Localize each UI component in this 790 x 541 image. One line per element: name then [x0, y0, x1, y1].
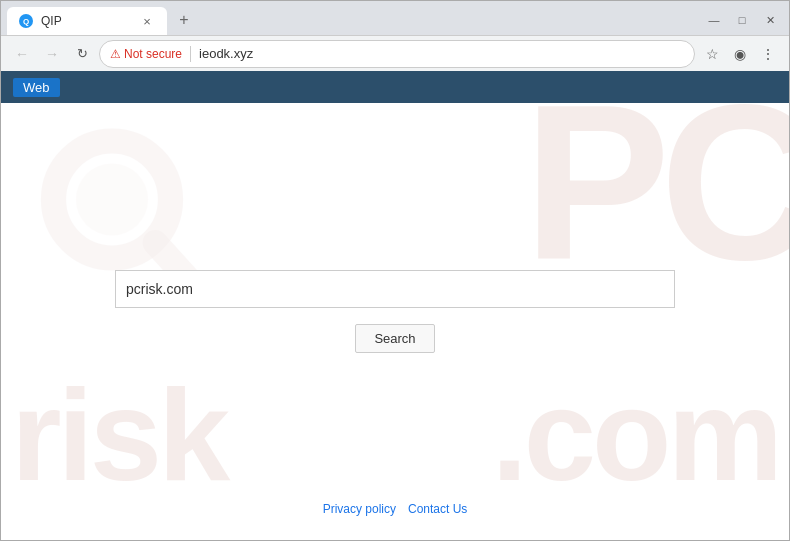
- active-tab[interactable]: Q QIP ×: [7, 7, 167, 35]
- new-tab-button[interactable]: +: [171, 7, 197, 33]
- address-bar: ← → ↻ ⚠ Not secure ieodk.xyz ☆ ◉ ⋮: [1, 35, 789, 71]
- menu-button[interactable]: ⋮: [755, 41, 781, 67]
- com-watermark: .com: [492, 360, 779, 510]
- security-warning: ⚠ Not secure: [110, 47, 182, 61]
- minimize-button[interactable]: —: [701, 9, 727, 31]
- risk-watermark: risk: [11, 360, 226, 510]
- contact-us-link[interactable]: Contact Us: [408, 502, 467, 516]
- pc-watermark: PC: [523, 103, 789, 293]
- svg-point-0: [54, 141, 171, 258]
- svg-point-2: [76, 164, 148, 236]
- back-button[interactable]: ←: [9, 41, 35, 67]
- url-box[interactable]: ⚠ Not secure ieodk.xyz: [99, 40, 695, 68]
- search-form: Search: [115, 270, 675, 353]
- window-controls: — □ ✕: [701, 9, 783, 35]
- tab-bar: Q QIP × + — □ ✕: [1, 1, 789, 35]
- close-window-button[interactable]: ✕: [757, 9, 783, 31]
- page-content: PC risk .com Search Privacy policy Conta…: [1, 103, 789, 540]
- toolbar-right: ☆ ◉ ⋮: [699, 41, 781, 67]
- tab-title: QIP: [41, 14, 62, 28]
- maximize-button[interactable]: □: [729, 9, 755, 31]
- security-icon: ⚠: [110, 47, 121, 61]
- security-label: Not secure: [124, 47, 182, 61]
- search-input[interactable]: [126, 281, 664, 297]
- tab-favicon: Q: [19, 14, 33, 28]
- url-text: ieodk.xyz: [199, 46, 253, 61]
- privacy-policy-link[interactable]: Privacy policy: [323, 502, 396, 516]
- url-divider: [190, 46, 191, 62]
- account-button[interactable]: ◉: [727, 41, 753, 67]
- reload-button[interactable]: ↻: [69, 41, 95, 67]
- footer-links: Privacy policy Contact Us: [323, 502, 468, 516]
- search-input-wrapper: [115, 270, 675, 308]
- web-bar: Web: [1, 71, 789, 103]
- bookmark-button[interactable]: ☆: [699, 41, 725, 67]
- tab-close-button[interactable]: ×: [139, 13, 155, 29]
- web-tab[interactable]: Web: [13, 78, 60, 97]
- forward-button[interactable]: →: [39, 41, 65, 67]
- search-button[interactable]: Search: [355, 324, 434, 353]
